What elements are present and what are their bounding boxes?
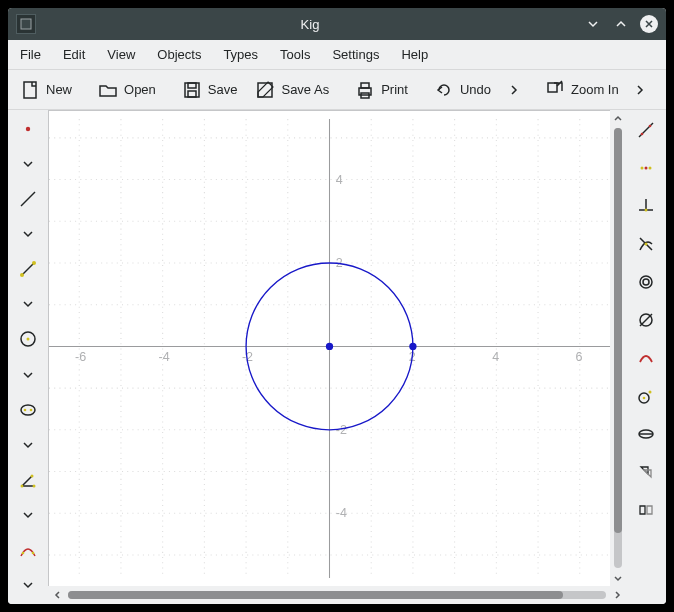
- menu-tools[interactable]: Tools: [280, 47, 310, 62]
- svg-rect-2: [185, 83, 199, 97]
- point-tool[interactable]: [16, 118, 40, 139]
- chevron-up-icon: [612, 112, 624, 124]
- svg-point-21: [31, 474, 34, 477]
- chevron-right-icon: [507, 83, 521, 97]
- svg-point-65: [641, 167, 644, 170]
- chevron-right-icon[interactable]: [610, 589, 624, 601]
- midpoint-tool[interactable]: [634, 156, 658, 180]
- transform-tool[interactable]: [634, 422, 658, 446]
- main-area: -6-4-224642-2-4: [8, 110, 666, 604]
- reflect-tool[interactable]: [634, 498, 658, 522]
- new-button[interactable]: New: [12, 73, 80, 107]
- horizontal-scrollbar[interactable]: [48, 586, 626, 604]
- save-as-button[interactable]: Save As: [247, 73, 337, 107]
- window-title: Kig: [36, 17, 584, 32]
- app-window: Kig File Edit View Objects Types Tools S…: [8, 8, 666, 604]
- svg-text:6: 6: [576, 350, 583, 364]
- geometry-plot: -6-4-224642-2-4: [49, 111, 610, 586]
- maximize-button[interactable]: [612, 15, 630, 33]
- chevron-down-icon[interactable]: [16, 575, 40, 596]
- new-file-icon: [20, 80, 40, 100]
- svg-point-14: [32, 261, 36, 265]
- svg-point-24: [32, 552, 35, 555]
- chevron-down-icon[interactable]: [16, 294, 40, 315]
- intersect-tool[interactable]: [634, 232, 658, 256]
- close-button[interactable]: [640, 15, 658, 33]
- svg-text:-4: -4: [336, 506, 347, 520]
- svg-point-22: [33, 484, 36, 487]
- svg-point-19: [30, 408, 33, 411]
- redo-button[interactable]: [501, 73, 527, 107]
- titlebar: Kig: [8, 8, 666, 40]
- menu-edit[interactable]: Edit: [63, 47, 85, 62]
- svg-point-17: [21, 405, 35, 415]
- zoom-in-button[interactable]: Zoom In: [537, 73, 627, 107]
- perpendicular-tool[interactable]: [634, 194, 658, 218]
- svg-point-18: [24, 408, 27, 411]
- save-icon: [182, 80, 202, 100]
- svg-point-10: [26, 126, 30, 130]
- angle-tool[interactable]: [16, 469, 40, 490]
- app-icon: [16, 14, 36, 34]
- chevron-down-icon[interactable]: [16, 364, 40, 385]
- svg-text:4: 4: [492, 350, 499, 364]
- open-button[interactable]: Open: [90, 73, 164, 107]
- ellipse-tool[interactable]: [16, 399, 40, 420]
- chevron-down-icon[interactable]: [16, 434, 40, 455]
- folder-open-icon: [98, 80, 118, 100]
- left-toolbox: [8, 110, 48, 604]
- zoom-in-label: Zoom In: [571, 82, 619, 97]
- open-label: Open: [124, 82, 156, 97]
- line-tool[interactable]: [16, 188, 40, 209]
- chevron-down-icon[interactable]: [16, 505, 40, 526]
- svg-point-63: [641, 133, 644, 136]
- vertical-scrollbar[interactable]: [610, 110, 626, 586]
- curve-tool[interactable]: [16, 540, 40, 561]
- svg-point-71: [645, 243, 648, 246]
- svg-line-11: [21, 192, 35, 206]
- svg-rect-3: [188, 83, 196, 88]
- rotate-tool[interactable]: [634, 460, 658, 484]
- circle-tool[interactable]: [16, 329, 40, 350]
- menu-types[interactable]: Types: [223, 47, 258, 62]
- svg-point-73: [643, 279, 649, 285]
- tangent-tool[interactable]: [634, 384, 658, 408]
- save-as-label: Save As: [281, 82, 329, 97]
- svg-point-72: [640, 276, 652, 288]
- chevron-right-icon: [633, 83, 647, 97]
- minimize-button[interactable]: [584, 15, 602, 33]
- undo-label: Undo: [460, 82, 491, 97]
- circle-intersect-tool[interactable]: [634, 270, 658, 294]
- svg-line-12: [22, 263, 34, 275]
- undo-icon: [434, 80, 454, 100]
- menu-help[interactable]: Help: [401, 47, 428, 62]
- save-button[interactable]: Save: [174, 73, 246, 107]
- undo-button[interactable]: Undo: [426, 73, 499, 107]
- menubar: File Edit View Objects Types Tools Setti…: [8, 40, 666, 70]
- svg-point-16: [27, 338, 30, 341]
- svg-point-77: [649, 391, 652, 394]
- chevron-down-icon[interactable]: [16, 153, 40, 174]
- svg-text:-6: -6: [75, 350, 86, 364]
- menu-view[interactable]: View: [107, 47, 135, 62]
- svg-text:4: 4: [336, 173, 343, 187]
- svg-point-66: [649, 167, 652, 170]
- svg-rect-9: [548, 83, 557, 92]
- chevron-left-icon[interactable]: [50, 589, 64, 601]
- zoom-in-icon: [545, 80, 565, 100]
- toolbar-overflow[interactable]: [629, 73, 651, 107]
- svg-text:-4: -4: [158, 350, 169, 364]
- menu-file[interactable]: File: [20, 47, 41, 62]
- print-button[interactable]: Print: [347, 73, 416, 107]
- svg-point-20: [21, 484, 24, 487]
- menu-objects[interactable]: Objects: [157, 47, 201, 62]
- canvas[interactable]: -6-4-224642-2-4: [48, 110, 610, 586]
- menu-settings[interactable]: Settings: [332, 47, 379, 62]
- arc-tool[interactable]: [634, 346, 658, 370]
- svg-point-67: [645, 167, 648, 170]
- segment-tool[interactable]: [16, 259, 40, 280]
- chevron-down-icon[interactable]: [16, 223, 40, 244]
- construct-line-tool[interactable]: [634, 118, 658, 142]
- invert-tool[interactable]: [634, 308, 658, 332]
- new-label: New: [46, 82, 72, 97]
